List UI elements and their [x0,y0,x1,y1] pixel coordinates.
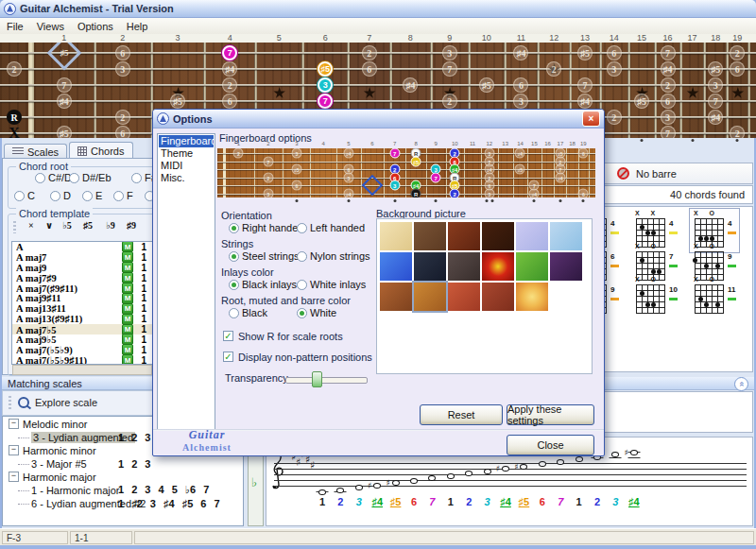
reset-button[interactable]: Reset [420,404,503,425]
background-tile[interactable] [414,252,446,281]
chord-root-option[interactable]: D [50,190,71,201]
option-radio[interactable]: Steel strings [229,250,300,262]
close-button[interactable]: Close [507,435,594,455]
preview-faded-marker: 2 [233,148,244,159]
dialog-nav-list[interactable]: FingerboardThemeMIDIMisc. [157,133,215,431]
scale-degree-marker: ♯4 [57,94,72,109]
chord-root-option[interactable]: F [113,190,133,201]
preview-fret-number: 13 [502,141,508,147]
menu-item-options[interactable]: Options [71,20,120,33]
background-tile[interactable] [516,252,548,281]
dialog-titlebar[interactable]: Options × [153,110,604,129]
open-muted-markers: X O [635,243,661,249]
chord-root-option[interactable]: C [14,190,35,201]
menu-item-help[interactable]: Help [120,20,155,33]
nav-item-midi[interactable]: MIDI [159,160,214,172]
filter-button[interactable]: × [28,220,34,231]
preview-faded-marker: ♯5 [515,164,525,175]
background-tile[interactable] [516,222,548,250]
fret-wire [627,43,630,138]
filter-button[interactable]: ♯9 [127,220,136,231]
preview-faded-marker: ♯4 [529,189,540,198]
background-tile[interactable] [550,252,582,281]
background-tile[interactable] [550,222,582,250]
background-tile[interactable] [448,222,480,250]
nav-item-fingerboard[interactable]: Fingerboard [159,135,214,147]
filter-button[interactable]: ♯5 [83,220,93,231]
tab-chords[interactable]: Chords [69,142,132,159]
scale-degree-marker: 6 [222,94,237,109]
background-tile[interactable] [380,222,412,250]
radio-unselected [229,308,239,318]
options-dialog: Options × FingerboardThemeMIDIMisc. Fing… [152,109,605,456]
tree-item[interactable]: 6 - Lydian augmented #21 ♯2 3 ♯4 ♯5 6 7 [3,497,243,509]
preview-dot [582,199,585,202]
preview-faded-marker: 3 [291,148,301,159]
background-tile[interactable] [414,222,446,250]
show-r-checkbox[interactable]: ✓ [223,331,233,341]
tree-expander-icon[interactable]: − [9,445,19,455]
preview-faded-marker: ♯4 [555,173,565,183]
explore-scale-button[interactable]: Explore scale [35,397,97,408]
preview-faded-marker: 2 [263,173,273,183]
background-tile[interactable] [414,283,446,311]
note-accidental: ♯ [625,448,628,457]
window-title: Guitar Alchemist - Trial Version [20,3,174,14]
scale-degree-marker: 3 [513,94,528,109]
preview-dot [435,199,438,202]
tree-item[interactable]: −Harmonic major [3,471,243,483]
dialog-close-icon[interactable]: × [582,111,600,127]
menu-item-file[interactable]: File [0,20,30,33]
chord-root-option[interactable]: E [82,190,102,201]
transparency-slider-track[interactable] [285,377,368,384]
whole-note [576,456,583,462]
background-tile[interactable] [448,283,480,311]
option-radio[interactable]: Left handed [297,222,365,233]
scale-degree-marker: 3 [115,61,130,77]
chord-diagram[interactable] [695,284,724,314]
option-radio[interactable]: Black inlays [229,279,297,290]
preview-fret-number: 4 [321,141,324,147]
option-radio[interactable]: White inlays [297,279,366,290]
background-tile[interactable] [482,283,514,311]
tree-item[interactable]: 3 - Major #51 2 3 [3,457,243,470]
flat-button[interactable]: ♭ [251,475,257,489]
preview-faded-marker: ♯4 [343,148,353,159]
transparency-slider-thumb[interactable] [312,371,322,387]
nav-item-theme[interactable]: Theme [159,147,214,160]
fret-number-strip: 12345678910111213141516171819 [0,34,756,43]
tab-scales[interactable]: Scales [4,144,67,159]
non-pattern-checkbox[interactable]: ✓ [223,352,233,362]
collapse-icon[interactable]: « [734,377,748,391]
option-radio[interactable]: Right handed [229,222,303,233]
menu-item-views[interactable]: Views [30,20,71,33]
tree-expander-icon[interactable]: − [9,472,19,482]
nav-item-misc[interactable]: Misc. [159,172,214,184]
background-tile[interactable] [516,283,548,311]
diagram-fret-number: 7 [669,252,673,261]
chord-root-option[interactable]: D#/Eb [69,172,112,183]
tree-item[interactable]: 1 - Harmonic major1 2 3 4 5 ♭6 7 [3,484,243,496]
apply-button[interactable]: Apply these settings [507,404,594,425]
scale-degree-marker: 6 [115,126,130,138]
filter-button[interactable]: ♭5 [62,220,72,231]
option-radio[interactable]: Nylon strings [297,250,370,262]
filter-button[interactable]: ♭9 [106,220,115,231]
scale-degree-marker: 7 [442,61,457,77]
background-tile[interactable] [482,252,514,281]
fret-number: 1 [61,34,66,43]
background-tile[interactable] [380,283,412,311]
filter-button[interactable]: ∨ [45,220,53,231]
tree-expander-icon[interactable]: − [9,419,19,429]
preview-fret-number: 19 [580,141,587,147]
background-tile[interactable] [448,252,480,281]
option-radio[interactable]: Black [229,307,267,318]
option-radio[interactable]: White [297,307,336,318]
preview-fret-number: 16 [544,141,551,147]
preview-dot [533,199,536,202]
background-tile[interactable] [380,252,412,281]
background-tile[interactable] [482,222,514,250]
chord-diagram[interactable] [636,284,665,314]
chord-table-scrollbar[interactable] [12,365,152,375]
finger-dot [715,264,720,268]
